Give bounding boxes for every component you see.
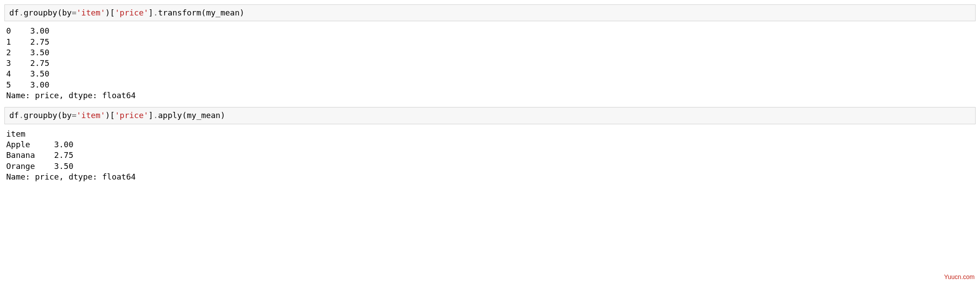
code-token: = [72,111,77,120]
output-cell-transform: 0 3.00 1 2.75 2 3.50 3 2.75 4 3.50 5 3.0… [4,23,976,107]
code-token: . [19,8,24,17]
code-token: df [9,8,19,17]
code-string: 'item' [77,8,105,17]
code-token: ] [148,111,153,120]
code-token: )[ [105,111,115,120]
code-cell-apply: df.groupby(by='item')['price'].apply(my_… [4,107,976,124]
code-string: 'price' [115,111,148,120]
code-token: . [19,111,24,120]
code-string: 'price' [115,8,148,17]
code-token: . [153,111,158,120]
code-token: ] [148,8,153,17]
code-token: . [153,8,158,17]
code-string: 'item' [77,111,105,120]
code-token: transform(my_mean) [158,8,244,17]
code-token: groupby(by [24,8,72,17]
code-token: groupby(by [24,111,72,120]
code-token: df [9,111,19,120]
code-token: )[ [105,8,115,17]
code-token: apply(my_mean) [158,111,225,120]
code-token: = [72,8,77,17]
output-cell-apply: item Apple 3.00 Banana 2.75 Orange 3.50 … [4,126,976,188]
code-cell-transform: df.groupby(by='item')['price'].transform… [4,4,976,21]
